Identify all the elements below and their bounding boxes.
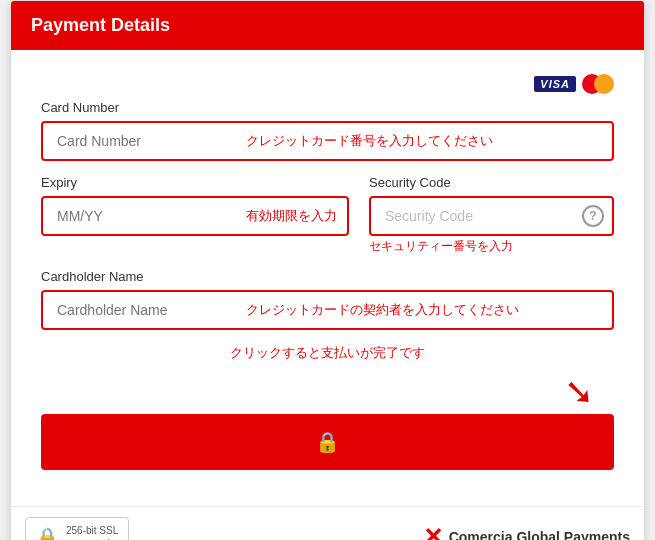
- comercia-brand-name: Comercia Global Payments: [449, 529, 630, 540]
- security-code-label: Security Code: [369, 175, 614, 190]
- comercia-logo: ✕ Comercia Global Payments: [423, 523, 630, 540]
- ssl-text: 256-bit SSL encrypted: [66, 524, 118, 540]
- arrow-area: ➘: [41, 374, 614, 410]
- security-code-input[interactable]: [369, 196, 614, 236]
- security-code-hint: セキュリティー番号を入力: [369, 238, 614, 255]
- ssl-lock-icon: 🔒: [36, 526, 58, 540]
- card-number-input-wrapper[interactable]: クレジットカード番号を入力してください: [41, 121, 614, 161]
- page-title: Payment Details: [31, 15, 624, 36]
- expiry-hint: 有効期限を入力: [246, 207, 347, 225]
- card-number-group: Card Number クレジットカード番号を入力してください: [41, 100, 614, 161]
- cardholder-name-hint: クレジットカードの契約者を入力してください: [246, 301, 529, 319]
- lock-icon: 🔒: [315, 430, 340, 454]
- cardholder-name-label: Cardholder Name: [41, 269, 614, 284]
- card-logos-area: VISA: [41, 74, 614, 94]
- expiry-security-row: Expiry 有効期限を入力 Security Code ? セキュリティー番号…: [41, 175, 614, 255]
- security-code-wrapper: ?: [369, 196, 614, 236]
- cardholder-name-group: Cardholder Name クレジットカードの契約者を入力してください: [41, 269, 614, 330]
- pay-button[interactable]: 🔒: [41, 414, 614, 470]
- arrow-down-icon: ➘: [564, 374, 594, 410]
- mc-circle-orange: [594, 74, 614, 94]
- visa-logo: VISA: [534, 76, 576, 92]
- card-number-input[interactable]: [43, 123, 246, 159]
- comercia-x-icon: ✕: [423, 523, 443, 540]
- card-number-label: Card Number: [41, 100, 614, 115]
- ssl-badge: 🔒 256-bit SSL encrypted: [25, 517, 129, 540]
- mastercard-logo: [582, 74, 614, 94]
- submit-hint-area: クリックすると支払いが完了です: [41, 344, 614, 370]
- payment-form: Payment Details VISA Card Number クレジットカー…: [10, 0, 645, 540]
- expiry-label: Expiry: [41, 175, 349, 190]
- security-code-group: Security Code ? セキュリティー番号を入力: [369, 175, 614, 255]
- cardholder-name-input[interactable]: [43, 292, 246, 328]
- cardholder-name-input-wrapper[interactable]: クレジットカードの契約者を入力してください: [41, 290, 614, 330]
- expiry-input[interactable]: [43, 198, 246, 234]
- card-number-hint: クレジットカード番号を入力してください: [246, 132, 503, 150]
- security-help-icon[interactable]: ?: [582, 205, 604, 227]
- form-header: Payment Details: [11, 1, 644, 50]
- form-body: VISA Card Number クレジットカード番号を入力してください Exp…: [11, 50, 644, 506]
- expiry-input-wrapper[interactable]: 有効期限を入力: [41, 196, 349, 236]
- submit-hint-text: クリックすると支払いが完了です: [230, 344, 425, 362]
- form-footer: 🔒 256-bit SSL encrypted ✕ Comercia Globa…: [11, 506, 644, 540]
- expiry-group: Expiry 有効期限を入力: [41, 175, 349, 255]
